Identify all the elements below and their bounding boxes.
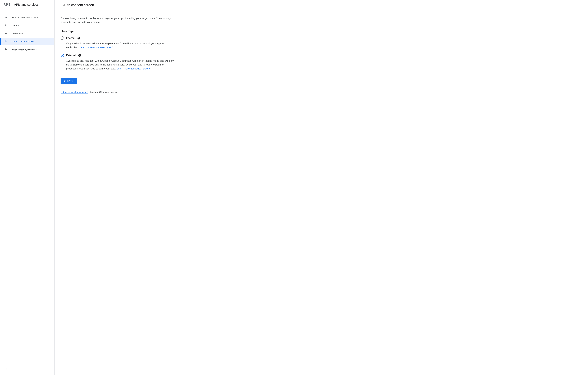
radio-label-internal: Internal [66,37,75,40]
sidebar-item-enabled-apis[interactable]: Enabled APIs and services [0,14,54,21]
product-title: APIs and services [14,3,39,6]
help-icon[interactable]: ? [77,37,80,40]
radio-label-external: External [66,54,76,57]
create-button[interactable]: CREATE [61,78,77,84]
list-gear-icon [4,48,7,51]
collapse-sidebar-button[interactable] [4,367,9,372]
intro-text: Choose how you want to configure and reg… [61,16,174,24]
radio-internal[interactable] [61,36,64,40]
sidebar-item-credentials[interactable]: Credentials [0,30,54,37]
sidebar-item-label: Enabled APIs and services [12,16,39,19]
sidebar-item-label: Credentials [12,32,23,35]
radio-row-internal: Internal ? [61,36,174,40]
radio-desc-internal: Only available to users within your orga… [66,42,174,50]
sidebar-item-library[interactable]: Library [0,22,54,29]
key-icon [4,32,7,35]
main-header: OAuth consent screen [54,0,588,11]
consent-icon [4,40,7,43]
sidebar: API APIs and services Enabled APIs and s… [0,0,54,375]
user-type-heading: User Type [61,30,174,33]
sidebar-item-oauth-consent[interactable]: OAuth consent screen [0,38,54,45]
radio-desc-external: Available to any test user with a Google… [66,59,174,71]
learn-more-user-type-link[interactable]: Learn more about user type [80,46,114,49]
chevron-left-bar-icon [5,368,8,371]
sidebar-item-label: Library [12,24,19,27]
main-content: OAuth consent screen Choose how you want… [54,0,588,375]
external-link-icon [148,67,150,69]
main-body: Choose how you want to configure and reg… [54,11,180,100]
help-icon[interactable]: ? [78,54,81,57]
radio-external[interactable] [61,54,64,57]
api-logo-icon: API [4,3,11,7]
sidebar-item-label: OAuth consent screen [12,40,34,43]
learn-more-user-type-link[interactable]: Learn more about user type [117,67,150,70]
sidebar-item-page-usage-agreements[interactable]: Page usage agreements [0,46,54,53]
sidebar-item-label: Page usage agreements [12,48,37,51]
page-title: OAuth consent screen [61,3,582,7]
diamond-icon [4,16,7,19]
feedback-suffix: about our OAuth experience [88,91,118,93]
library-icon [4,24,7,27]
sidebar-header: API APIs and services [0,0,54,11]
feedback-link[interactable]: Let us know what you think [61,91,88,93]
external-link-icon [111,46,114,48]
sidebar-nav: Enabled APIs and services Library Creden… [0,11,54,375]
radio-row-external: External ? [61,54,174,57]
feedback-line: Let us know what you think about our OAu… [61,91,174,93]
